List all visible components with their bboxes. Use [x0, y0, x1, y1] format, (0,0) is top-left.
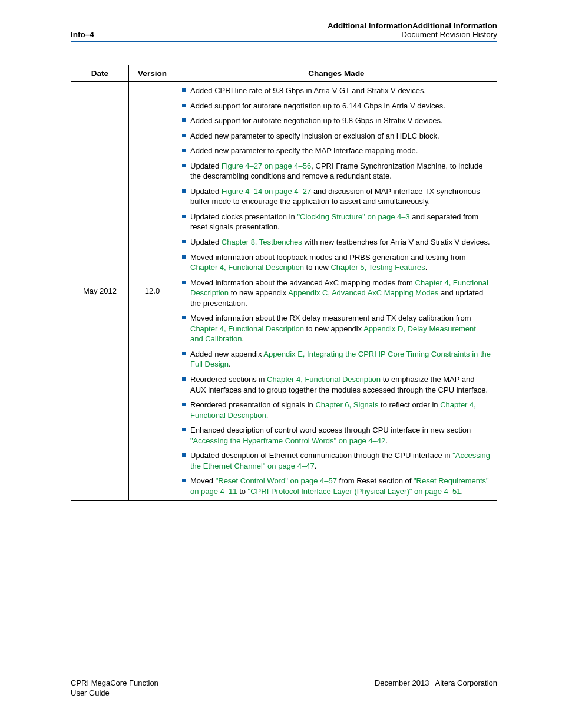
text-run: Added new parameter to specify the MAP i…: [190, 146, 418, 155]
list-item: Enhanced description of control word acc…: [182, 425, 491, 446]
cross-ref-link[interactable]: Chapter 4, Functional Description: [267, 375, 381, 384]
cross-ref-link[interactable]: "Accessing the Hyperframe Control Words"…: [190, 436, 385, 445]
text-run: .: [385, 436, 388, 445]
list-item: Added new parameter to specify inclusion…: [182, 131, 491, 141]
cross-ref-link[interactable]: Chapter 4, Functional Description: [190, 324, 304, 333]
list-item: Added new appendix Appendix E, Integrati…: [182, 349, 491, 370]
text-run: Reordered presentation of signals in: [190, 400, 315, 409]
cross-ref-link[interactable]: "Clocking Structure" on page 4–3: [297, 212, 409, 221]
text-run: Added new parameter to specify inclusion…: [190, 131, 439, 140]
footer-doc-title: CPRI MegaCore Function: [71, 678, 158, 687]
list-item: Updated description of Ethernet communic…: [182, 450, 491, 471]
text-run: .: [425, 263, 428, 272]
list-item: Moved information about loopback modes a…: [182, 252, 491, 273]
text-run: Moved information about the advanced AxC…: [190, 278, 415, 287]
col-date: Date: [71, 65, 129, 82]
text-run: Added CPRI line rate of 9.8 Gbps in Arri…: [190, 86, 426, 95]
text-run: Updated: [190, 187, 222, 196]
table-header-row: Date Version Changes Made: [71, 65, 497, 82]
table-row: May 2012 12.0 Added CPRI line rate of 9.…: [71, 82, 497, 501]
page-header: Info–4 Additional InformationAdditional …: [71, 21, 497, 42]
list-item: Updated clocks presentation in "Clocking…: [182, 212, 491, 232]
header-subtitle: Document Revision History: [328, 30, 497, 39]
header-section: Additional InformationAdditional Informa…: [328, 21, 497, 39]
text-run: Moved: [190, 476, 216, 485]
cell-date: May 2012: [71, 82, 129, 501]
text-run: to new appendix: [229, 288, 288, 297]
list-item: Moved "Reset Control Word" on page 4–57 …: [182, 476, 491, 496]
text-run: Added support for autorate negotiation u…: [190, 116, 443, 125]
text-run: Added new appendix: [190, 350, 263, 358]
revision-table: Date Version Changes Made May 2012 12.0 …: [71, 65, 497, 501]
text-run: .: [461, 487, 463, 496]
cross-ref-link[interactable]: Chapter 8, Testbenches: [222, 238, 302, 246]
text-run: Enhanced description of control word acc…: [190, 426, 471, 434]
list-item: Added new parameter to specify the MAP i…: [182, 146, 491, 156]
cross-ref-link[interactable]: Chapter 5, Testing Features: [330, 263, 425, 272]
cell-changes: Added CPRI line rate of 9.8 Gbps in Arri…: [176, 82, 497, 501]
footer-left: CPRI MegaCore Function User Guide: [71, 678, 158, 699]
list-item: Added support for autorate negotiation u…: [182, 101, 491, 111]
text-run: Updated description of Ethernet communic…: [190, 451, 452, 460]
changes-list: Added CPRI line rate of 9.8 Gbps in Arri…: [182, 85, 491, 497]
text-run: Updated: [190, 162, 222, 170]
text-run: Updated clocks presentation in: [190, 212, 297, 221]
footer-right: December 2013 Altera Corporation: [375, 678, 497, 699]
text-run: Moved information about loopback modes a…: [190, 253, 466, 262]
cross-ref-link[interactable]: Figure 4–14 on page 4–27: [222, 187, 312, 196]
cross-ref-link[interactable]: Chapter 6, Signals: [315, 400, 378, 409]
footer-doc-subtitle: User Guide: [71, 689, 110, 697]
header-page-label: Info–4: [71, 30, 94, 39]
list-item: Updated Figure 4–14 on page 4–27 and dis…: [182, 186, 491, 207]
cross-ref-link[interactable]: Chapter 4, Functional Description: [190, 263, 304, 272]
list-item: Reordered presentation of signals in Cha…: [182, 400, 491, 420]
page: Info–4 Additional InformationAdditional …: [0, 0, 562, 728]
list-item: Moved information about the advanced AxC…: [182, 278, 491, 309]
text-run: .: [242, 334, 244, 343]
text-run: to new: [304, 263, 331, 272]
footer-date: December 2013: [375, 678, 429, 687]
text-run: Updated: [190, 238, 222, 246]
col-version: Version: [129, 65, 176, 82]
text-run: .: [229, 360, 231, 368]
list-item: Added support for autorate negotiation u…: [182, 116, 491, 126]
text-run: Moved information about the RX delay mea…: [190, 314, 471, 322]
cross-ref-link[interactable]: Figure 4–27 on page 4–56: [222, 162, 312, 170]
list-item: Reordered sections in Chapter 4, Functio…: [182, 374, 491, 395]
text-run: Added support for autorate negotiation u…: [190, 101, 445, 110]
col-changes: Changes Made: [176, 65, 497, 82]
list-item: Added CPRI line rate of 9.8 Gbps in Arri…: [182, 85, 491, 96]
text-run: to: [237, 487, 248, 496]
text-run: with new testbenches for Arria V and Str…: [302, 238, 490, 246]
header-title: Additional InformationAdditional Informa…: [328, 21, 497, 30]
cross-ref-link[interactable]: "Reset Control Word" on page 4–57: [216, 476, 337, 485]
text-run: to reflect order in: [378, 400, 440, 409]
text-run: Reordered sections in: [190, 375, 267, 384]
footer-org: Altera Corporation: [435, 678, 498, 687]
page-footer: CPRI MegaCore Function User Guide Decemb…: [71, 678, 497, 699]
text-run: .: [266, 411, 269, 420]
cross-ref-link[interactable]: "CPRI Protocol Interface Layer (Physical…: [248, 487, 461, 496]
text-run: to new appendix: [304, 324, 363, 333]
cell-version: 12.0: [129, 82, 176, 501]
text-run: from Reset section of: [337, 476, 414, 485]
cross-ref-link[interactable]: Appendix C, Advanced AxC Mapping Modes: [288, 288, 438, 297]
list-item: Updated Chapter 8, Testbenches with new …: [182, 237, 491, 248]
text-run: .: [315, 462, 317, 470]
list-item: Moved information about the RX delay mea…: [182, 313, 491, 344]
list-item: Updated Figure 4–27 on page 4–56, CPRI F…: [182, 161, 491, 182]
